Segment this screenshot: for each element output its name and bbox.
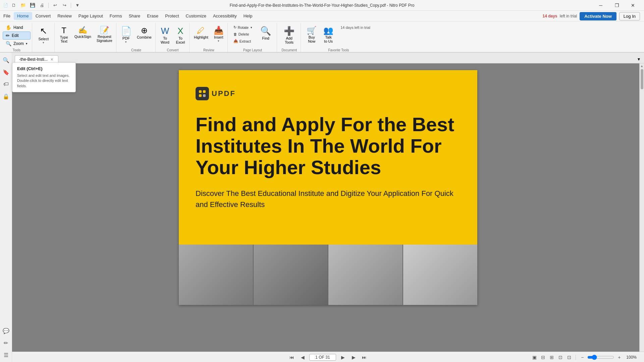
sidebar-menu-icon[interactable]: ☰ — [1, 350, 11, 360]
hand-edit-group: ✋ Hand ✏ Edit 🔍 Zoom ▾ Tools — [1, 23, 32, 52]
img-placeholder-1 — [179, 245, 253, 305]
menu-accessibility[interactable]: Accessibility — [210, 12, 240, 20]
trial-days: 14 days — [542, 14, 557, 18]
insert-btn[interactable]: 📥 Insert ▾ — [211, 24, 226, 44]
restore-btn[interactable]: ❐ — [609, 0, 625, 11]
menu-page-layout[interactable]: Page Layout — [75, 12, 106, 20]
menu-help[interactable]: Help — [240, 12, 256, 20]
type-text-btn[interactable]: T Type Text — [57, 24, 71, 45]
sidebar-pen-icon[interactable]: ✏ — [1, 338, 11, 348]
title-bar: 📄 🗋 📁 💾 🖨 ↩ ↪ ▼ Find-and-Apply-For-the-B… — [0, 0, 644, 11]
scroll-up-arrow[interactable]: ▲ — [640, 63, 644, 68]
right-scrollbar[interactable]: ▲ — [639, 63, 644, 352]
find-btn[interactable]: 🔍 Find — [257, 24, 274, 42]
extract-icon: 📤 — [233, 39, 238, 43]
combine-btn[interactable]: ⊕ Combine — [135, 24, 154, 45]
sidebar-search-icon[interactable]: 🔍 — [1, 55, 11, 65]
pdf-icon: 📄 — [121, 26, 131, 36]
qa-open-btn[interactable]: 📁 — [19, 2, 27, 9]
zoom-in-btn[interactable]: + — [615, 354, 623, 361]
menu-customize[interactable]: Customize — [182, 12, 210, 20]
menu-forms[interactable]: Forms — [106, 12, 125, 20]
menu-file[interactable]: File — [0, 12, 14, 20]
tools-group: T Type Text ✍ QuickSign 📝 Request Signat… — [55, 23, 116, 52]
add-tools-btn[interactable]: ➕ Add Tools — [280, 24, 298, 46]
zoom-out-btn[interactable]: − — [579, 354, 586, 361]
sidebar-tag-icon[interactable]: 🏷 — [1, 80, 11, 89]
close-btn[interactable]: ✕ — [625, 0, 641, 11]
menu-review[interactable]: Review — [54, 12, 75, 20]
delete-icon: 🗑 — [233, 32, 237, 36]
select-icon: ↖ — [40, 26, 47, 36]
view-mode-btn-4[interactable]: ⊡ — [557, 354, 564, 361]
play-btn[interactable]: ▶ — [339, 353, 347, 361]
prev-page-btn[interactable]: ◀ — [299, 353, 307, 361]
zoom-btn[interactable]: 🔍 Zoom ▾ — [3, 40, 31, 48]
main-content: -the-Best-Insti... ✕ ▾ — [12, 53, 644, 362]
sidebar-lock-icon[interactable]: 🔒 — [1, 92, 11, 101]
select-group: ↖ Select ▾ — [33, 23, 55, 52]
tools-group-label: Tools — [3, 48, 31, 52]
menu-erase[interactable]: Erase — [144, 12, 162, 20]
view-fit-btn[interactable]: ⊡ — [566, 354, 573, 361]
to-excel-icon: X — [177, 26, 183, 36]
delete-btn[interactable]: 🗑 Delete — [231, 31, 255, 37]
first-page-btn[interactable]: ⏮ — [288, 353, 296, 361]
document-label: Document — [280, 48, 298, 52]
to-word-btn[interactable]: W To Word — [158, 24, 172, 46]
request-sig-btn[interactable]: 📝 Request Signature — [94, 24, 115, 45]
qa-redo-btn[interactable]: ↪ — [61, 2, 68, 9]
qa-new-btn[interactable]: 🗋 — [10, 2, 17, 9]
last-page-btn[interactable]: ⏭ — [360, 353, 368, 361]
favorites-group: 🛒 Buy Now 👥 Talk to Us 14 days left in t… — [302, 23, 376, 52]
sidebar-comments-icon[interactable]: 💬 — [1, 326, 11, 335]
page-layout-group: ↻ Rotate ▾ 🗑 Delete 📤 Extract 🔍 Find Pag… — [228, 23, 277, 52]
app-body: 🔍 🔖 🏷 🔒 💬 ✏ ☰ -the-Best-Insti... ✕ ▾ — [0, 53, 644, 362]
talk-to-us-btn[interactable]: 👥 Talk to Us — [321, 24, 336, 45]
view-mode-btn-1[interactable]: ▣ — [531, 354, 538, 361]
minimize-btn[interactable]: ─ — [593, 0, 608, 11]
menu-convert[interactable]: Convert — [32, 12, 54, 20]
quicksign-btn[interactable]: ✍ QuickSign — [72, 24, 94, 45]
buy-now-icon: 🛒 — [307, 26, 317, 35]
viewer-area: UPDF Find and Apply For the Best Institu… — [12, 63, 644, 352]
view-mode-btn-2[interactable]: ⊟ — [539, 354, 547, 361]
edit-btn[interactable]: ✏ Edit — [3, 32, 31, 40]
tab-close-btn[interactable]: ✕ — [50, 57, 54, 62]
extract-btn[interactable]: 📤 Extract — [231, 38, 255, 44]
qa-save-btn[interactable]: 💾 — [29, 2, 36, 9]
select-btn[interactable]: ↖ Select ▾ — [35, 24, 52, 46]
sidebar-bookmark-icon[interactable]: 🔖 — [1, 67, 11, 77]
pdf-btn[interactable]: 📄 PDF ▾ — [118, 24, 134, 45]
request-sig-icon: 📝 — [100, 26, 109, 35]
qa-undo-btn[interactable]: ↩ — [51, 2, 59, 9]
qa-customize-btn[interactable]: ▼ — [74, 2, 81, 9]
menu-home[interactable]: Home — [14, 12, 32, 20]
highlight-btn[interactable]: 🖊 Highlight — [192, 24, 211, 44]
login-btn[interactable]: Log In — [619, 12, 640, 20]
tooltip-title: Edit (Ctrl+E) — [17, 66, 71, 71]
review-label: Review — [192, 48, 226, 52]
window-controls: ─ ❐ ✕ — [593, 0, 641, 11]
menu-bar: File Home Convert Review Page Layout For… — [0, 11, 644, 21]
zoom-slider[interactable] — [587, 355, 614, 360]
rotate-btn[interactable]: ↻ Rotate ▾ — [231, 24, 255, 31]
view-mode-btn-3[interactable]: ⊞ — [548, 354, 555, 361]
menu-share[interactable]: Share — [125, 12, 144, 20]
hand-icon: ✋ — [6, 25, 11, 30]
activate-now-btn[interactable]: Activate Now — [580, 12, 616, 20]
hand-btn[interactable]: ✋ Hand — [3, 23, 31, 32]
document-tab[interactable]: -the-Best-Insti... ✕ — [15, 55, 58, 63]
menu-protect[interactable]: Protect — [162, 12, 182, 20]
select-arrow-icon: ▾ — [43, 41, 44, 44]
trial-text: 14 days left in trial — [542, 14, 577, 18]
scrollbar-thumb[interactable] — [641, 69, 643, 89]
to-word-icon: W — [161, 26, 169, 36]
tab-dropdown-btn[interactable]: ▾ — [636, 55, 641, 63]
to-excel-btn[interactable]: X To Excel — [173, 24, 188, 46]
buy-now-btn[interactable]: 🛒 Buy Now — [304, 24, 319, 45]
edit-icon: ✏ — [6, 33, 10, 38]
next-page-btn[interactable]: ▶ — [350, 353, 358, 361]
qa-print-btn[interactable]: 🖨 — [38, 2, 46, 9]
create-row: 📄 PDF ▾ ⊕ Combine — [118, 24, 154, 45]
